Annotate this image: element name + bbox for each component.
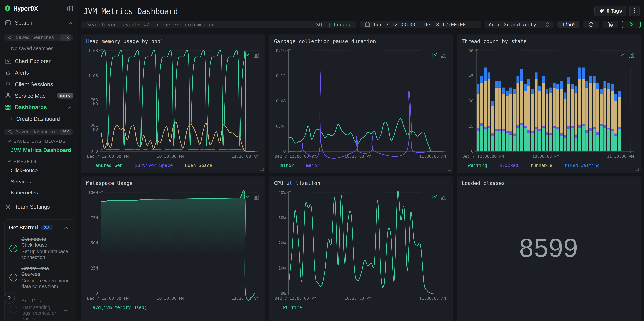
sidebar-item-chart-explorer[interactable]: Chart Explorer (0, 55, 78, 67)
more-options-button[interactable] (629, 6, 640, 16)
sidebar-nav: Chart Explorer Alerts Client Sessions Se… (0, 55, 78, 113)
nav-label: Dashboards (15, 104, 64, 110)
panel-loaded-classes[interactable]: Loaded classes 8599 (457, 176, 640, 321)
live-button[interactable]: Live (557, 21, 580, 28)
no-saved-searches-text: No saved searches (11, 45, 78, 51)
sidebar-item-search[interactable]: Search (0, 16, 78, 29)
bar-chart-icon[interactable] (441, 194, 446, 202)
panel-metaspace[interactable]: Metaspace Usage 025M50M75M100MDec 7 12:0… (81, 176, 265, 321)
sidebar-item-team-settings[interactable]: Team Settings (0, 204, 78, 210)
svg-text:75M: 75M (91, 216, 98, 220)
svg-text:40%: 40% (278, 190, 286, 195)
task-desc: Set up your database connection (21, 249, 68, 260)
sidebar-item-jvm-dashboard[interactable]: JVM Metrics Dashboard (0, 145, 78, 155)
chart-explorer-icon (5, 58, 11, 64)
tags-button[interactable]: 0 Tags (594, 6, 626, 16)
sidebar-item-client-sessions[interactable]: Client Sessions (0, 78, 78, 90)
granularity-select[interactable]: Auto Granularity (485, 21, 554, 28)
run-query-button[interactable] (622, 21, 641, 28)
saved-searches-input[interactable]: ⌘K (4, 34, 74, 40)
legend-item[interactable]: —runnable (525, 163, 552, 168)
sidebar-item-alerts[interactable]: Alerts (0, 67, 78, 78)
svg-text:Dec 7 12:00:00 PM: Dec 7 12:00:00 PM (275, 154, 316, 159)
legend-item[interactable]: —CPU time (275, 305, 302, 310)
task-connect-clickhouse[interactable]: Connect to ClickHouse Set up your databa… (9, 236, 68, 260)
svg-text:0.04: 0.04 (276, 124, 286, 129)
presets-section[interactable]: PRESETS (0, 155, 78, 165)
task-title: Connect to ClickHouse (21, 236, 66, 248)
panel-title: Loaded classes (462, 180, 505, 186)
bar-chart-icon[interactable] (254, 194, 259, 202)
legend-item[interactable]: —blocked (494, 163, 518, 168)
line-chart-icon[interactable] (432, 194, 438, 202)
lucene-toggle[interactable]: Lucene (334, 21, 352, 27)
bell-icon (5, 69, 11, 76)
chart-legend: —avg(jvm.memory.used) (86, 305, 260, 310)
legend-item[interactable]: —major (300, 163, 320, 168)
sidebar-item-kubernetes[interactable]: Kubernetes (0, 187, 78, 198)
saved-searches-field[interactable] (15, 34, 58, 40)
circle-icon (9, 306, 18, 314)
panel-heap-memory[interactable]: Heap memory usage by pool 0 B381MB763MB1… (81, 34, 265, 173)
time-range-picker[interactable]: Dec 7 12:00:00 - Dec 8 12:00:00 (360, 21, 481, 28)
line-chart-icon[interactable] (619, 52, 626, 59)
refresh-button[interactable] (583, 21, 599, 28)
heap-memory-chart: 0 B381MB763MB1 GB1 GBDec 7 12:00:00 PM10… (86, 45, 260, 159)
sidebar-item-dashboards[interactable]: Dashboards (0, 101, 78, 113)
sql-toggle[interactable]: SQL (316, 21, 325, 27)
task-create-data-sources[interactable]: Create Data Sources Configure where your… (9, 266, 68, 290)
event-search-box[interactable]: SQL | Lucene (81, 21, 356, 28)
main-content: JVM Metrics Dashboard 0 Tags SQL | (78, 0, 644, 321)
sidebar-item-services[interactable]: Services (0, 176, 78, 187)
page-title: JVM Metrics Dashboard (84, 6, 178, 15)
loaded-classes-value: 8599 (519, 233, 578, 263)
legend-item[interactable]: —timed_waiting (559, 163, 600, 168)
filter-button[interactable] (602, 21, 618, 28)
legend-item[interactable]: —waiting (462, 163, 487, 168)
svg-text:Dec 7 12:00:00 PM: Dec 7 12:00:00 PM (87, 296, 128, 301)
sidebar-item-clickhouse[interactable]: ClickHouse (0, 165, 78, 176)
bar-chart-icon[interactable] (441, 52, 446, 59)
svg-text:10:30:00 PM: 10:30:00 PM (344, 296, 371, 301)
legend-item[interactable]: —Tenured Gen (87, 163, 122, 168)
saved-dashboards-section[interactable]: SAVED DASHBOARDS (0, 135, 78, 145)
arrow-right-icon: → (63, 307, 68, 313)
check-circle-icon (9, 244, 18, 253)
service-map-icon (5, 92, 11, 99)
thread-count-chart: 015304560Dec 7 12:00:00 PM10:30:00 PM11:… (462, 45, 636, 159)
event-search-input[interactable] (86, 21, 313, 28)
bar-chart-icon[interactable] (629, 52, 634, 59)
sidebar: HyperDX Search ⌘K No saved searches (0, 0, 78, 321)
svg-text:Dec 7 12:00:00 PM: Dec 7 12:00:00 PM (462, 154, 504, 159)
time-range-value: Dec 7 12:00:00 - Dec 8 12:00:00 (374, 21, 466, 27)
sidebar-item-service-map[interactable]: Service Map BETA (0, 90, 78, 101)
dashboards-icon (5, 104, 11, 110)
panel-thread-count[interactable]: Thread count by state 015304560Dec 7 12:… (457, 34, 640, 173)
legend-item[interactable]: —Eden Space (180, 163, 212, 168)
svg-text:1 GB: 1 GB (88, 48, 98, 53)
legend-item[interactable]: —Survivor Space (129, 163, 173, 168)
granularity-value: Auto Granularity (489, 21, 546, 27)
panel-gc-pause[interactable]: Garbage collection pause duration 00.040… (269, 34, 453, 173)
panel-cpu[interactable]: CPU utilization 0%10%20%30%40%Dec 7 12:0… (269, 176, 453, 321)
create-dashboard-button[interactable]: +Create Dashboard (0, 113, 78, 124)
svg-text:381MB: 381MB (91, 123, 98, 132)
get-started-title: Get Started (9, 224, 38, 230)
line-chart-icon[interactable] (244, 194, 250, 202)
chevron-up-icon[interactable] (64, 224, 68, 231)
line-chart-icon[interactable] (244, 52, 250, 59)
shortcut-badge: ⌘K (60, 129, 71, 135)
panel-title: Garbage collection pause duration (274, 38, 376, 44)
panel-title: CPU utilization (274, 180, 320, 186)
legend-item[interactable]: —avg(jvm.memory.used) (87, 305, 147, 310)
saved-dashboards-field[interactable] (15, 129, 58, 135)
saved-dashboards-input[interactable]: ⌘K (4, 129, 74, 135)
check-circle-icon (9, 273, 18, 282)
line-chart-icon[interactable] (432, 52, 438, 59)
task-add-data[interactable]: Add Data Start sending logs, metrics, or… (9, 298, 68, 321)
legend-item[interactable]: —minor (275, 163, 294, 168)
bar-chart-icon[interactable] (254, 52, 259, 59)
cpu-chart: 0%10%20%30%40%Dec 7 12:00:00 PM10:30:00 … (274, 187, 448, 301)
collapse-sidebar-icon[interactable] (67, 5, 74, 12)
help-button[interactable]: ? (4, 293, 15, 304)
